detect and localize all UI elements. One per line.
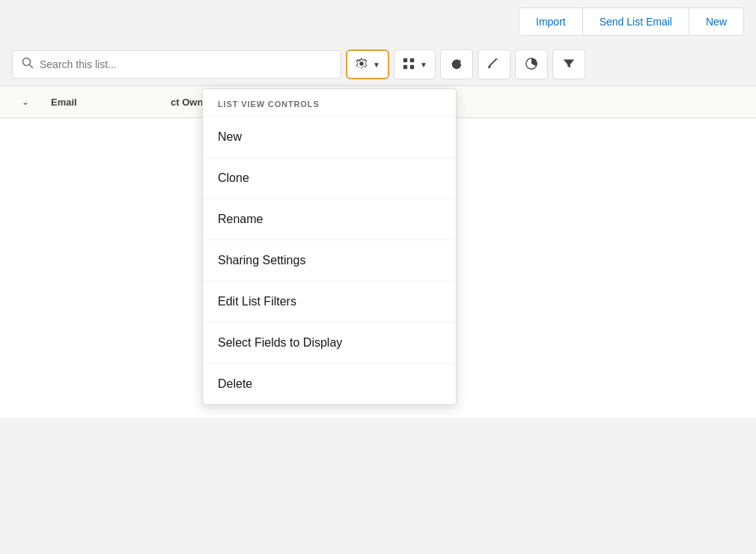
- pencil-icon: [487, 57, 501, 73]
- refresh-icon: [450, 57, 463, 73]
- dropdown-item-new[interactable]: New: [203, 117, 456, 158]
- svg-rect-3: [410, 58, 414, 61]
- search-icon: [22, 57, 34, 72]
- svg-rect-5: [410, 64, 414, 68]
- refresh-button[interactable]: [440, 49, 473, 79]
- dropdown-item-clone[interactable]: Clone: [203, 158, 456, 199]
- email-col-header: Email: [45, 97, 165, 108]
- dropdown-item-delete[interactable]: Delete: [203, 364, 456, 404]
- svg-rect-4: [403, 64, 407, 68]
- sort-chevron-icon: ⌄: [22, 97, 29, 107]
- grid-button[interactable]: ▼: [394, 49, 436, 79]
- new-button[interactable]: New: [689, 7, 744, 36]
- dropdown-item-edit-list-filters[interactable]: Edit List Filters: [203, 281, 456, 323]
- checkbox-col-header: ⌄: [12, 97, 45, 107]
- search-container: [12, 50, 341, 79]
- main-container: Import Send List Email New ▼: [0, 0, 756, 554]
- gear-button[interactable]: ▼: [346, 49, 389, 79]
- chart-button[interactable]: [515, 49, 548, 79]
- filter-icon: [562, 57, 576, 73]
- chart-icon: [525, 57, 538, 73]
- grid-icon: [402, 57, 415, 73]
- grid-chevron-icon: ▼: [420, 61, 427, 69]
- import-button[interactable]: Import: [519, 7, 583, 36]
- gear-icon: [355, 57, 368, 73]
- svg-line-1: [29, 64, 32, 67]
- dropdown-header: LIST VIEW CONTROLS: [203, 89, 456, 117]
- filter-button[interactable]: [552, 49, 585, 79]
- dropdown-item-select-fields[interactable]: Select Fields to Display: [203, 323, 456, 364]
- dropdown-item-sharing-settings[interactable]: Sharing Settings: [203, 240, 456, 281]
- email-col-label: Email: [51, 97, 77, 108]
- list-view-controls-dropdown: LIST VIEW CONTROLS New Clone Rename Shar…: [202, 88, 457, 405]
- dropdown-item-rename[interactable]: Rename: [203, 199, 456, 240]
- edit-button[interactable]: [478, 49, 510, 79]
- top-toolbar: Import Send List Email New: [0, 0, 756, 43]
- search-row: ▼ ▼: [0, 43, 756, 85]
- gear-chevron-icon: ▼: [373, 61, 380, 69]
- search-input[interactable]: [40, 58, 332, 70]
- send-list-email-button[interactable]: Send List Email: [583, 7, 689, 36]
- svg-rect-2: [403, 58, 407, 61]
